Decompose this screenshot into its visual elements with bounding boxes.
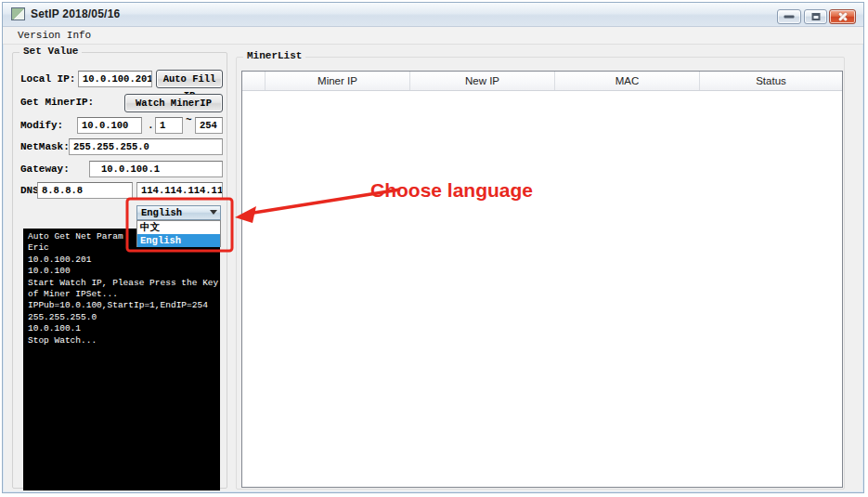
modify-start-input[interactable]: 1 — [155, 117, 183, 134]
modify-dot-separator: . — [148, 120, 154, 131]
log-line: 255.255.255.0 — [28, 312, 220, 323]
netmask-input[interactable]: 255.255.255.0 — [69, 138, 223, 155]
column-header-miner-ip[interactable]: Miner IP — [266, 72, 410, 90]
language-dropdown-list: 中文 English — [136, 220, 221, 247]
log-line: 10.0.100.1 — [28, 323, 220, 334]
netmask-label: NetMask: — [20, 141, 70, 152]
log-line: 10.0.100.201 — [28, 255, 220, 266]
column-header-mac[interactable]: MAC — [555, 72, 700, 90]
title-bar[interactable]: SetIP 2018/05/16 — [3, 3, 863, 27]
maximize-icon — [811, 13, 820, 20]
set-value-group-title: Set Value — [19, 46, 82, 57]
log-console: Auto Get Net Param Eric 10.0.100.201 10.… — [23, 229, 220, 490]
local-ip-input[interactable]: 10.0.100.201 — [78, 71, 152, 87]
modify-range-tilde: ~ — [186, 114, 192, 125]
log-line: of Miner IPSet... — [28, 289, 220, 300]
setip-app: SetIP 2018/05/16 Version Info Set Value … — [0, 0, 868, 497]
language-option-english[interactable]: English — [137, 234, 220, 247]
column-header-status[interactable]: Status — [700, 72, 842, 90]
modify-base-input[interactable]: 10.0.100 — [77, 117, 142, 134]
miner-list-table: Miner IP New IP MAC Status — [241, 71, 843, 488]
close-icon — [838, 13, 847, 21]
log-line: 10.0.100 — [28, 266, 220, 277]
modify-label: Modify: — [20, 120, 63, 131]
minimize-icon — [784, 16, 795, 19]
miner-list-header-row: Miner IP New IP MAC Status — [242, 72, 842, 91]
log-line: Start Watch IP, Please Press the Key — [28, 278, 220, 289]
log-line: Stop Watch... — [28, 335, 220, 347]
close-button[interactable] — [829, 9, 856, 24]
dns-primary-input[interactable]: 8.8.8.8 — [37, 182, 133, 199]
maximize-button[interactable] — [804, 9, 827, 24]
get-miner-ip-label: Get MinerIP: — [20, 97, 94, 108]
language-dropdown[interactable]: English — [136, 205, 221, 220]
chevron-down-icon — [210, 210, 217, 215]
auto-fill-ip-button[interactable]: Auto Fill IP — [156, 70, 223, 88]
app-icon — [11, 7, 25, 20]
gateway-label: Gateway: — [20, 163, 70, 175]
watch-miner-ip-button[interactable]: Watch MinerIP — [124, 94, 223, 112]
language-selected-value: English — [141, 207, 182, 218]
column-header-rownum[interactable] — [242, 72, 266, 90]
local-ip-label: Local IP: — [20, 73, 75, 85]
gateway-input[interactable]: 10.0.100.1 — [89, 161, 223, 177]
column-header-new-ip[interactable]: New IP — [410, 72, 555, 90]
app-window: SetIP 2018/05/16 Version Info Set Value … — [2, 2, 864, 493]
log-line: IPPub=10.0.100,StartIp=1,EndIP=254 — [28, 300, 220, 311]
window-title: SetIP 2018/05/16 — [31, 7, 120, 20]
miner-list-group-title: MinerList — [243, 50, 305, 61]
menu-bar: Version Info — [3, 27, 863, 45]
modify-end-input[interactable]: 254 — [195, 117, 223, 134]
dns-secondary-input[interactable]: 114.114.114.114 — [136, 182, 223, 199]
language-option-chinese[interactable]: 中文 — [137, 221, 220, 234]
minimize-button[interactable] — [777, 9, 801, 24]
menu-item-version-info[interactable]: Version Info — [14, 29, 95, 42]
